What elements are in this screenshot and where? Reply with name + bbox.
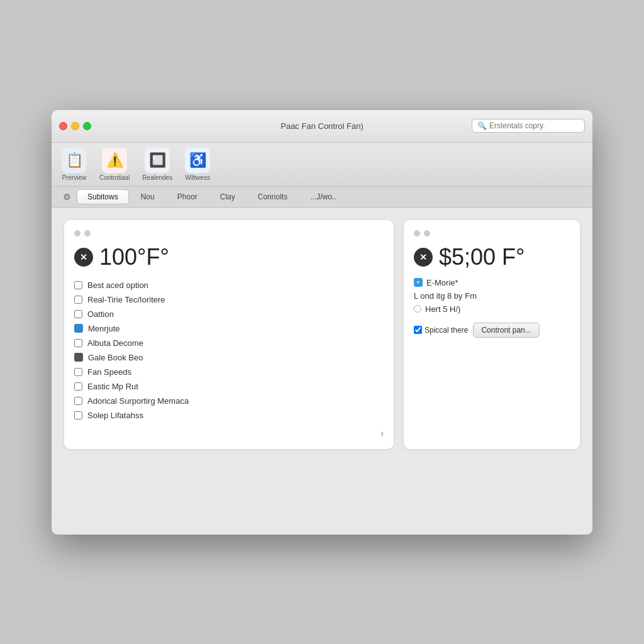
gear-tab[interactable]: ⚙	[58, 189, 75, 204]
preview-icon: 📋	[62, 148, 87, 173]
toolbar-label-control: Controtiaal	[99, 174, 130, 181]
left-close-btn[interactable]: ✕	[74, 248, 93, 267]
titlebar: Paac Fan Control Fan) 🔍	[52, 110, 592, 143]
toolbar-item-control[interactable]: ⚠️ Controtiaal	[99, 148, 130, 181]
info-row-hert: Hert 5 H/)	[414, 304, 570, 314]
toolbar-item-preview[interactable]: 📋 Prerview	[62, 148, 87, 181]
toolbar-label-real: Realendes	[142, 174, 172, 181]
right-info: + E-Morie* L ond itg 8 by Fm Hert 5 H/)	[414, 278, 570, 314]
list-item: Gale Book Beo	[74, 353, 384, 362]
control-icon: ⚠️	[102, 148, 127, 173]
list-item: Albuta Decome	[74, 338, 384, 348]
main-window: Paac Fan Control Fan) 🔍 📋 Prerview ⚠️ Co…	[52, 110, 592, 535]
info-row-lond: L ond itg 8 by Fm	[414, 291, 570, 301]
search-box[interactable]: 🔍	[472, 119, 585, 133]
checkbox-fan[interactable]	[74, 368, 82, 376]
left-temp-value: 100°F°	[99, 244, 169, 270]
checkbox-oattion[interactable]	[74, 310, 82, 318]
traffic-lights	[59, 122, 91, 130]
wit-icon: ♿	[185, 148, 210, 173]
label-oattion: Oattion	[87, 309, 114, 319]
left-panel: ✕ 100°F° Best aced option Real-Tirie Tec…	[64, 220, 394, 449]
tab-jwo[interactable]: ...J/wo..	[299, 189, 347, 204]
dot-r2	[424, 230, 430, 236]
checkbox-solep[interactable]	[74, 411, 82, 419]
toolbar: 📋 Prerview ⚠️ Controtiaal 🔲 Realendes ♿ …	[52, 143, 592, 187]
hert-radio[interactable]	[414, 305, 421, 313]
check-list: Best aced option Real-Tirie Tec/Ioritere…	[74, 280, 384, 420]
toolbar-label-preview: Prerview	[62, 174, 87, 181]
dot-1	[74, 230, 80, 236]
content-area: ✕ 100°F° Best aced option Real-Tirie Tec…	[52, 208, 592, 535]
more-arrow[interactable]: ›	[74, 428, 384, 439]
checkbox-eastic[interactable]	[74, 382, 82, 391]
tab-clay[interactable]: Clay	[209, 189, 246, 204]
right-close-btn[interactable]: ✕	[414, 248, 433, 267]
lond-label: L ond itg 8 by Fm	[414, 291, 477, 301]
emorie-label: E-Morie*	[426, 278, 458, 287]
list-item: Eastic Mp Rut	[74, 382, 384, 391]
tab-nou[interactable]: Nou	[130, 189, 165, 204]
spiccal-label: Spiccal there	[414, 326, 468, 335]
toolbar-item-real[interactable]: 🔲 Realendes	[142, 148, 172, 181]
list-item: Solep Lifatahss	[74, 411, 384, 420]
list-item: Adorical Surportirg Memaca	[74, 396, 384, 406]
checkbox-real[interactable]	[74, 296, 82, 304]
checkbox-albuta[interactable]	[74, 339, 82, 347]
contront-button[interactable]: Contront pan...	[473, 323, 539, 338]
blue-square-icon	[74, 324, 83, 333]
list-item: Real-Tirie Tec/Ioritere	[74, 295, 384, 304]
label-real: Real-Tirie Tec/Ioritere	[87, 295, 165, 304]
label-eastic: Eastic Mp Rut	[87, 382, 138, 391]
left-temp-heading: ✕ 100°F°	[74, 244, 384, 270]
search-icon: 🔍	[477, 121, 487, 130]
close-button[interactable]	[59, 122, 67, 130]
spiccal-text: Spiccal there	[425, 326, 468, 335]
label-menrjute: Menrjute	[88, 324, 120, 333]
list-item: Oattion	[74, 309, 384, 319]
list-item: Fan Speeds	[74, 367, 384, 377]
toolbar-label-wit: Wiltwess	[185, 174, 209, 181]
toolbar-item-wit[interactable]: ♿ Wiltwess	[185, 148, 210, 181]
panel-dots-right	[414, 230, 570, 236]
checkbox-adorical[interactable]	[74, 397, 82, 405]
spiccal-checkbox[interactable]	[414, 326, 422, 334]
dot-r1	[414, 230, 420, 236]
label-best: Best aced option	[87, 280, 148, 290]
dot-2	[84, 230, 91, 236]
search-input[interactable]	[489, 121, 579, 130]
right-temp-heading: ✕ $5;00 F°	[414, 244, 570, 270]
globe-icon	[74, 353, 83, 362]
label-solep: Solep Lifatahss	[87, 411, 143, 420]
tab-connolts[interactable]: Connolts	[247, 189, 298, 204]
checkbox-best[interactable]	[74, 281, 82, 289]
panel-dots-left	[74, 230, 384, 236]
list-item: Menrjute	[74, 324, 384, 333]
window-title: Paac Fan Control Fan)	[280, 121, 364, 131]
emorie-icon: +	[414, 278, 423, 287]
right-buttons: Spiccal there Contront pan...	[414, 323, 570, 338]
label-albuta: Albuta Decome	[87, 338, 143, 348]
hert-label: Hert 5 H/)	[425, 304, 460, 314]
real-icon: 🔲	[145, 148, 170, 173]
list-item: Best aced option	[74, 280, 384, 290]
maximize-button[interactable]	[83, 122, 91, 130]
label-fan: Fan Speeds	[87, 367, 131, 377]
right-panel: ✕ $5;00 F° + E-Morie* L ond itg 8 by Fm …	[404, 220, 580, 449]
right-temp-value: $5;00 F°	[439, 244, 525, 270]
tab-phoor[interactable]: Phoor	[167, 189, 208, 204]
panels: ✕ 100°F° Best aced option Real-Tirie Tec…	[64, 220, 580, 449]
label-gale: Gale Book Beo	[88, 353, 143, 362]
minimize-button[interactable]	[71, 122, 79, 130]
tab-subitows[interactable]: Subitows	[77, 189, 129, 204]
label-adorical: Adorical Surportirg Memaca	[87, 396, 189, 406]
tab-bar: ⚙ Subitows Nou Phoor Clay Connolts ...J/…	[52, 187, 592, 208]
info-row-emorie: + E-Morie*	[414, 278, 570, 287]
